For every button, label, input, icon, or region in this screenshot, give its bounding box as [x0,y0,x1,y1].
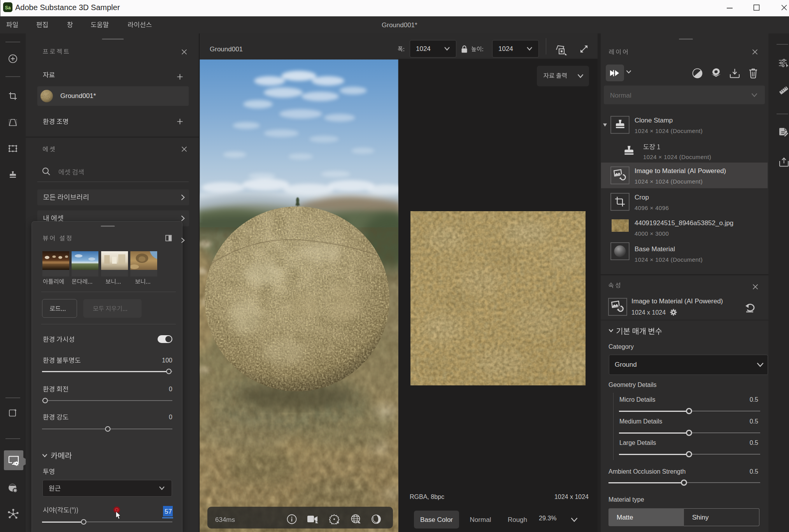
svg-text:Sa: Sa [5,5,11,10]
